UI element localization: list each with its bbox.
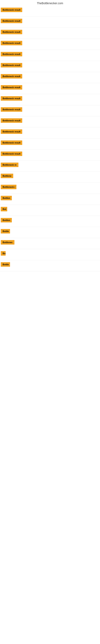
bottleneck-result-badge[interactable]: Bottleneck result: [1, 19, 22, 23]
bottleneck-result-badge[interactable]: Bottlenec: [1, 240, 14, 244]
result-section: Bottleneck result: [0, 116, 100, 128]
site-title: TheBottlenecker.com: [37, 2, 63, 5]
result-section: Bottleneck result: [0, 150, 100, 160]
bottleneck-result-badge[interactable]: Bottleneck result: [1, 52, 22, 56]
badges-container: Bottleneck resultBottleneck resultBottle…: [0, 6, 100, 493]
bottleneck-result-badge[interactable]: Bottleneck result: [1, 41, 22, 45]
result-section: Bot: [0, 205, 100, 216]
bottleneck-result-badge[interactable]: Bottleneck result: [1, 74, 22, 78]
result-section: Bottleneck result: [0, 6, 100, 17]
result-section: Bottleneck result: [0, 28, 100, 39]
result-section: Bottleneck result: [0, 17, 100, 28]
bottleneck-result-badge[interactable]: Bottleneck result: [1, 152, 22, 156]
result-section: Bottleneck result: [0, 94, 100, 105]
bottleneck-result-badge[interactable]: Bottlene: [1, 174, 13, 178]
result-section: Bottlene: [0, 172, 100, 183]
bottom-spacer: [0, 271, 100, 493]
result-section: Bottleneck result: [0, 138, 100, 150]
result-section: Bottlenec: [0, 238, 100, 249]
result-section: Bottleneck result: [0, 105, 100, 116]
bottleneck-result-badge[interactable]: Bottlen: [1, 218, 12, 222]
site-header: TheBottlenecker.com: [0, 0, 100, 6]
bottleneck-result-badge[interactable]: Bottleneck result: [1, 96, 22, 100]
result-section: Bottleneck result: [0, 50, 100, 61]
bottleneck-result-badge[interactable]: Bottle: [1, 262, 10, 267]
bottleneck-result-badge[interactable]: Bottleneck result: [1, 118, 22, 123]
bottleneck-result-badge[interactable]: Bottle: [1, 229, 10, 234]
result-section: Bottle: [0, 260, 100, 271]
bottleneck-result-badge[interactable]: Bot: [1, 207, 7, 211]
result-section: Bottle: [0, 227, 100, 238]
result-section: Bo: [0, 249, 100, 260]
result-section: Bottleneck r: [0, 183, 100, 194]
result-section: Bottleneck result: [0, 39, 100, 50]
result-section: Bottleneck result: [0, 72, 100, 83]
result-section: Bottleneck result: [0, 83, 100, 94]
result-section: Bottleneck re: [0, 160, 100, 172]
bottleneck-result-badge[interactable]: Bottleneck result: [1, 8, 22, 12]
bottleneck-result-badge[interactable]: Bottleneck result: [1, 30, 22, 34]
result-section: Bottlen: [0, 216, 100, 227]
bottleneck-result-badge[interactable]: Bottlen: [1, 196, 12, 200]
bottleneck-result-badge[interactable]: Bottleneck result: [1, 63, 22, 68]
bottleneck-result-badge[interactable]: Bo: [1, 251, 6, 256]
bottleneck-result-badge[interactable]: Bottleneck re: [1, 162, 18, 167]
bottleneck-result-badge[interactable]: Bottleneck result: [1, 85, 22, 90]
bottleneck-result-badge[interactable]: Bottleneck result: [1, 107, 22, 112]
result-section: Bottlen: [0, 194, 100, 205]
result-section: Bottleneck result: [0, 61, 100, 72]
bottleneck-result-badge[interactable]: Bottleneck r: [1, 185, 16, 189]
bottleneck-result-badge[interactable]: Bottleneck result: [1, 130, 22, 134]
bottleneck-result-badge[interactable]: Bottleneck result: [1, 140, 22, 145]
result-section: Bottleneck result: [0, 128, 100, 138]
